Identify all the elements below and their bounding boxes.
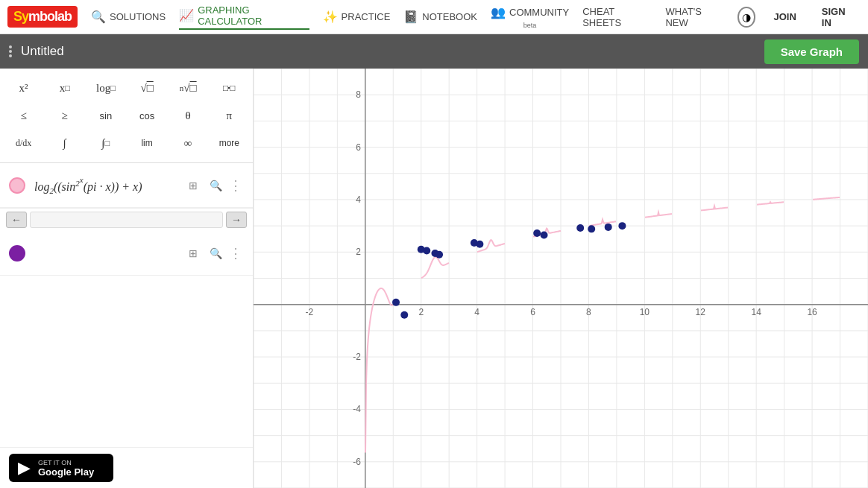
google-play-icon: ▶ (18, 458, 31, 478)
expression-color-2[interactable] (9, 245, 25, 262)
kb-pi[interactable]: π (210, 103, 248, 128)
expression-icons-2: ⊞ 🔍 ⋮ (184, 244, 245, 262)
nav-community[interactable]: 👥 COMMUNITY beta (491, 5, 569, 29)
notebook-icon: 📓 (403, 10, 418, 24)
nav-cheat-sheets[interactable]: CHEAT SHEETS (582, 6, 652, 28)
signin-button[interactable]: SIGN IN (814, 3, 861, 31)
kb-log[interactable]: log□ (87, 75, 125, 101)
nav-right: ◑ JOIN SIGN IN (738, 3, 861, 31)
toolbar: Untitled Save Graph (0, 34, 868, 69)
left-panel: x² x□ log□ √□ n√□ □□ ≤ ≥ sin cos θ π d/d… (0, 69, 254, 488)
kb-geq[interactable]: ≥ (45, 103, 84, 128)
graph-area[interactable] (254, 69, 868, 488)
document-title[interactable]: Untitled (21, 44, 755, 59)
kb-leq[interactable]: ≤ (4, 103, 43, 128)
kb-limit[interactable]: lim (128, 130, 166, 156)
expression-formula-2[interactable] (31, 238, 184, 268)
kb-more[interactable]: more (210, 130, 248, 156)
nav-left-button[interactable]: ← (6, 212, 27, 228)
google-play-button[interactable]: ▶ GET IT ON Google Play (9, 454, 113, 482)
formula-navigation: ← → (0, 208, 253, 231)
expression-table-button-1[interactable]: ⊞ (184, 177, 202, 194)
kb-integral[interactable]: ∫ (45, 130, 84, 156)
nav-solutions[interactable]: 🔍 SOLUTIONS (91, 10, 166, 24)
kb-sqrt[interactable]: √□ (128, 75, 166, 101)
community-icon: 👥 (491, 5, 506, 19)
join-button[interactable]: JOIN (766, 8, 803, 25)
expression-icons-1: ⊞ 🔍 ⋮ (184, 177, 245, 194)
kb-infinity[interactable]: ∞ (169, 130, 207, 156)
keyboard-row-3: d/dx ∫ ∫□ lim ∞ more (3, 130, 250, 156)
nav-practice[interactable]: ✨ PRACTICE (323, 10, 391, 24)
nav-whats-new[interactable]: WHAT'S NEW (665, 6, 723, 28)
expression-row-1: log2((sin2x(pi · x)) + x) ⊞ 🔍 ⋮ (0, 163, 253, 208)
expression-more-button-1[interactable]: ⋮ (229, 177, 242, 194)
keyboard-row-2: ≤ ≥ sin cos θ π (3, 103, 250, 128)
logo[interactable]: Symbolab (7, 6, 78, 28)
expression-more-button-2[interactable]: ⋮ (229, 245, 242, 262)
expression-search-button-1[interactable]: 🔍 (207, 177, 224, 194)
graph-canvas[interactable] (254, 69, 868, 488)
practice-icon: ✨ (323, 10, 338, 24)
save-graph-button[interactable]: Save Graph (764, 39, 859, 64)
expression-list: log2((sin2x(pi · x)) + x) ⊞ 🔍 ⋮ ← → (0, 163, 253, 447)
kb-definite-integral[interactable]: ∫□ (87, 130, 125, 156)
kb-derivative[interactable]: d/dx (4, 130, 43, 156)
expression-row-2: ⊞ 🔍 ⋮ (0, 231, 253, 276)
kb-cos[interactable]: cos (128, 103, 166, 128)
nav-graphing-calculator[interactable]: 📈 GRAPHING CALCULATOR (179, 4, 309, 30)
kb-theta[interactable]: θ (169, 103, 207, 128)
navbar: Symbolab 🔍 SOLUTIONS 📈 GRAPHING CALCULAT… (0, 0, 868, 34)
kb-nth-root[interactable]: n√□ (169, 75, 207, 101)
kb-x-power[interactable]: x□ (45, 75, 84, 101)
menu-dots[interactable] (9, 45, 12, 57)
kb-x-squared[interactable]: x² (4, 75, 43, 101)
nav-right-button[interactable]: → (226, 212, 247, 228)
main-area: x² x□ log□ √□ n√□ □□ ≤ ≥ sin cos θ π d/d… (0, 69, 868, 488)
expression-search-button-2[interactable]: 🔍 (207, 244, 224, 262)
math-keyboard: x² x□ log□ √□ n√□ □□ ≤ ≥ sin cos θ π d/d… (0, 69, 253, 163)
expression-formula-1[interactable]: log2((sin2x(pi · x)) + x) (31, 171, 184, 200)
kb-fraction[interactable]: □□ (210, 75, 248, 101)
graph-icon: 📈 (179, 8, 194, 22)
nav-cursor-box (30, 212, 223, 228)
google-play-banner: ▶ GET IT ON Google Play (0, 447, 253, 488)
theme-toggle-button[interactable]: ◑ (738, 7, 756, 28)
search-icon: 🔍 (91, 10, 106, 24)
keyboard-row-1: x² x□ log□ √□ n√□ □□ (3, 75, 250, 101)
expression-table-button-2[interactable]: ⊞ (184, 244, 202, 262)
nav-notebook[interactable]: 📓 NOTEBOOK (403, 10, 477, 24)
expression-color-1[interactable] (9, 177, 25, 194)
kb-sin[interactable]: sin (87, 103, 125, 128)
